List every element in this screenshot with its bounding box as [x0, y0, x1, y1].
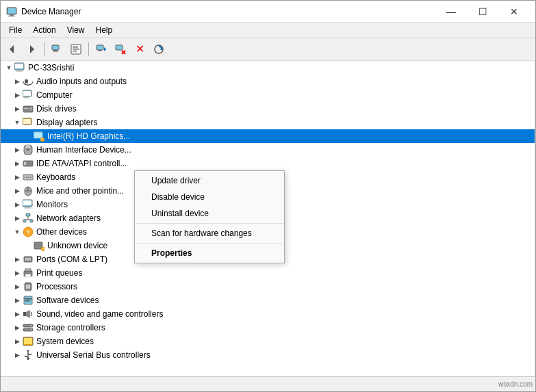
monitor-icon [23, 199, 34, 210]
svg-rect-45 [24, 162, 26, 165]
svg-rect-87 [25, 298, 31, 300]
svg-rect-63 [30, 220, 33, 222]
svg-rect-88 [25, 300, 30, 302]
show-all-devices-button[interactable] [48, 40, 66, 58]
tree-root[interactable]: ▼ PC-33Srishti [1, 61, 535, 75]
system-expand-icon: ▶ [12, 336, 23, 347]
forward-button[interactable] [23, 40, 40, 58]
menu-file[interactable]: File [3, 24, 27, 36]
uninstall-button[interactable] [112, 40, 129, 58]
tree-software[interactable]: ▶ Software devices [1, 293, 535, 307]
mice-expand-icon: ▶ [12, 185, 23, 196]
ide-icon [23, 158, 34, 169]
watermark: wsxdn.com [498, 380, 533, 388]
tree-usb[interactable]: ▶ Universal Serial Bus controllers [1, 348, 535, 362]
svg-rect-49 [28, 176, 29, 177]
svg-rect-77 [25, 274, 31, 277]
svg-point-103 [27, 357, 29, 360]
printer-icon [23, 267, 34, 278]
display-icon [23, 117, 34, 128]
tree-ide[interactable]: ▶ IDE ATA/ATAPI controll... [1, 157, 535, 170]
svg-rect-79 [26, 285, 30, 289]
print-expand-icon: ▶ [12, 267, 23, 278]
menu-action[interactable]: Action [27, 24, 61, 36]
ctx-separator-2 [135, 243, 284, 244]
scan-button[interactable] [150, 40, 168, 58]
processors-expand-icon: ▶ [12, 281, 23, 292]
display-label: Display adapters [36, 118, 535, 127]
svg-point-32 [29, 107, 32, 110]
computer-icon [14, 62, 25, 73]
svg-rect-33 [24, 108, 28, 109]
svg-rect-22 [15, 64, 23, 68]
keyboards-label: Keyboards [36, 172, 535, 182]
sound-icon [23, 309, 34, 319]
display-expand-icon: ▼ [12, 117, 23, 128]
update-driver-button[interactable] [92, 40, 110, 58]
unknown-label: Unknown device [47, 241, 535, 250]
intel-expand-icon [23, 131, 34, 142]
ports-label: Ports (COM & LPT) [36, 254, 535, 264]
svg-marker-4 [10, 45, 14, 53]
disk-icon [23, 103, 34, 114]
svg-rect-1 [8, 8, 16, 14]
tree-system[interactable]: ▶ System devices [1, 335, 535, 348]
ctx-disable-device[interactable]: Disable device [135, 189, 284, 205]
svg-text:?: ? [27, 229, 31, 236]
svg-rect-8 [53, 51, 58, 51]
back-button[interactable] [3, 40, 21, 58]
minimize-button[interactable]: — [435, 1, 467, 23]
properties-button[interactable] [67, 40, 85, 58]
maximize-button[interactable]: ☐ [467, 1, 498, 23]
tree-sound[interactable]: ▶ Sound, video and game controllers [1, 307, 535, 321]
ctx-uninstall-device[interactable]: Uninstall device [135, 205, 284, 222]
tree-storage[interactable]: ▶ Storage controllers [1, 321, 535, 335]
svg-rect-96 [24, 338, 32, 344]
svg-rect-47 [24, 176, 25, 177]
tree-processors[interactable]: ▶ Processors [1, 280, 535, 293]
ctx-scan-hardware[interactable]: Scan for hardware changes [135, 225, 284, 241]
tree-hid[interactable]: ▶ Human Interface Device... [1, 143, 535, 157]
svg-rect-35 [23, 119, 31, 124]
tree-disk[interactable]: ▶ Disk drives [1, 102, 535, 116]
svg-rect-30 [23, 98, 29, 99]
ctx-properties[interactable]: Properties [135, 245, 284, 261]
storage-icon [23, 322, 34, 333]
tree-display[interactable]: ▼ Display adapters [1, 116, 535, 129]
tree-print[interactable]: ▶ Print queues [1, 266, 535, 280]
menu-view[interactable]: View [62, 24, 90, 36]
network-label: Network adapters [36, 213, 535, 223]
svg-rect-10 [73, 47, 78, 48]
svg-rect-53 [29, 177, 31, 179]
disable-button[interactable]: ✕ [131, 40, 149, 58]
mice-label: Mice and other pointin... [36, 186, 535, 196]
ctx-update-driver[interactable]: Update driver [135, 172, 284, 189]
svg-rect-73 [27, 258, 29, 261]
processor-icon [23, 281, 34, 292]
close-button[interactable]: ✕ [498, 1, 530, 23]
monitors-label: Monitors [36, 200, 535, 209]
ports-icon [23, 254, 34, 265]
menu-help[interactable]: Help [90, 24, 118, 36]
svg-rect-74 [29, 258, 31, 261]
menu-bar: File Action View Help [1, 23, 535, 38]
svg-rect-76 [25, 269, 31, 271]
toolbar: ✕ [1, 38, 535, 61]
audio-icon [23, 76, 34, 87]
svg-rect-37 [34, 133, 42, 138]
svg-point-94 [31, 329, 32, 330]
system-label: System devices [36, 337, 535, 346]
tree-audio[interactable]: ▶ Audio inputs and outputs [1, 75, 535, 88]
tree-intel-graphics[interactable]: ! Intel(R) HD Graphics... [1, 129, 535, 143]
context-menu: Update driver Disable device Uninstall d… [134, 170, 285, 263]
tree-computer[interactable]: ▶ Computer [1, 88, 535, 102]
device-tree[interactable]: ▼ PC-33Srishti ▶ [1, 61, 535, 376]
svg-rect-13 [97, 45, 103, 50]
usb-icon [23, 350, 34, 361]
svg-marker-98 [27, 350, 29, 352]
app-icon [6, 6, 17, 17]
svg-rect-24 [16, 71, 23, 72]
svg-rect-62 [23, 220, 26, 222]
intel-label: Intel(R) HD Graphics... [47, 131, 535, 141]
svg-marker-90 [26, 310, 30, 318]
